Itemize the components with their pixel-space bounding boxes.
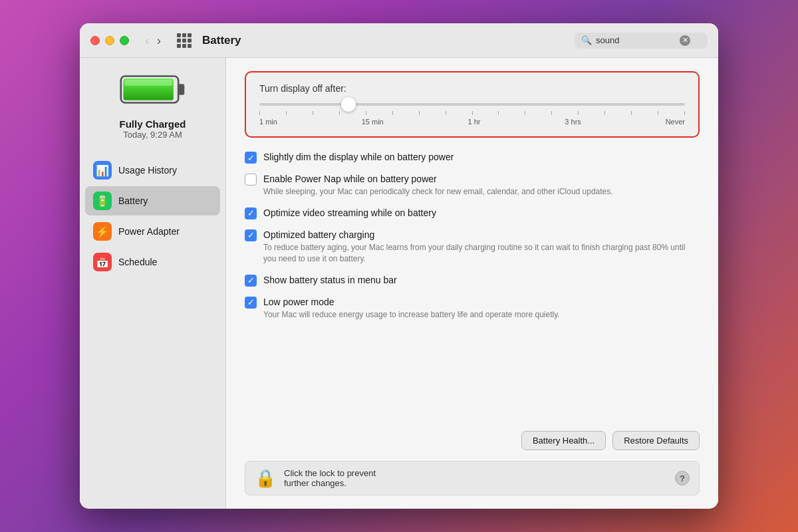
lock-bar: 🔒 Click the lock to prevent further chan… xyxy=(245,461,700,495)
slider-label-never: Never xyxy=(666,118,685,126)
main-panel: Turn display off after: 1 min 15 min xyxy=(226,58,718,509)
slider-thumb[interactable] xyxy=(341,97,356,112)
option-row-dim-display: ✓ Slightly dim the display while on batt… xyxy=(245,151,700,164)
sidebar: Fully Charged Today, 9:29 AM 📊 Usage His… xyxy=(80,58,226,509)
sidebar-item-schedule[interactable]: 📅 Schedule xyxy=(85,247,220,277)
sidebar-item-battery-label: Battery xyxy=(118,196,148,206)
option-text-dim-display: Slightly dim the display while on batter… xyxy=(263,151,700,163)
slider-tick-marks xyxy=(259,111,685,115)
slider-label-1hr: 1 hr xyxy=(468,118,481,126)
button-row: Battery Health... Restore Defaults xyxy=(245,431,700,450)
option-title-power-nap: Enable Power Nap while on battery power xyxy=(263,173,700,185)
slider-track xyxy=(259,103,685,106)
checkbox-dim-display[interactable]: ✓ xyxy=(245,152,257,164)
titlebar: ‹ › Battery 🔍 ✕ xyxy=(80,23,718,58)
content-area: Fully Charged Today, 9:29 AM 📊 Usage His… xyxy=(80,58,718,509)
battery-icon-container xyxy=(120,71,186,110)
sidebar-item-usage-history-label: Usage History xyxy=(118,165,177,176)
window-title: Battery xyxy=(202,34,241,47)
option-desc-power-nap: While sleeping, your Mac can periodicall… xyxy=(263,186,700,198)
option-text-optimize-video: Optimize video streaming while on batter… xyxy=(263,207,700,219)
svg-rect-3 xyxy=(124,80,172,86)
option-title-low-power: Low power mode xyxy=(263,296,700,308)
sidebar-item-usage-history[interactable]: 📊 Usage History xyxy=(85,156,220,185)
search-icon: 🔍 xyxy=(581,35,592,45)
schedule-icon: 📅 xyxy=(93,253,112,271)
slider-label-15min: 15 min xyxy=(362,118,384,126)
option-row-power-nap: Enable Power Nap while on battery power … xyxy=(245,173,700,198)
search-input[interactable] xyxy=(596,35,676,45)
checkbox-battery-status[interactable]: ✓ xyxy=(245,275,257,287)
bottom-bar: Battery Health... Restore Defaults 🔒 Cli… xyxy=(245,420,700,495)
option-title-optimize-video: Optimize video streaming while on batter… xyxy=(263,207,700,219)
lock-text-line1: Click the lock to prevent xyxy=(284,468,376,478)
slider-label-1min: 1 min xyxy=(259,118,277,126)
help-button[interactable]: ? xyxy=(675,471,690,485)
option-text-low-power: Low power mode Your Mac will reduce ener… xyxy=(263,296,700,321)
option-row-low-power: ✓ Low power mode Your Mac will reduce en… xyxy=(245,296,700,321)
option-title-dim-display: Slightly dim the display while on batter… xyxy=(263,151,700,163)
sidebar-item-power-adapter[interactable]: ⚡ Power Adapter xyxy=(85,217,220,246)
option-row-optimized-charging: ✓ Optimized battery charging To reduce b… xyxy=(245,229,700,265)
option-title-battery-status: Show battery status in menu bar xyxy=(263,274,700,286)
lock-text: Click the lock to prevent further change… xyxy=(284,468,376,488)
search-clear-button[interactable]: ✕ xyxy=(680,35,690,46)
restore-defaults-button[interactable]: Restore Defaults xyxy=(612,431,700,450)
option-title-optimized-charging: Optimized battery charging xyxy=(263,229,700,241)
nav-buttons: ‹ › xyxy=(142,33,164,48)
lock-text-line2: further changes. xyxy=(284,478,376,488)
system-preferences-window: ‹ › Battery 🔍 ✕ xyxy=(80,23,718,509)
zoom-button[interactable] xyxy=(120,36,129,45)
checkbox-power-nap[interactable] xyxy=(245,174,257,186)
option-row-battery-status: ✓ Show battery status in menu bar xyxy=(245,274,700,287)
slider-label-3hrs: 3 hrs xyxy=(565,118,581,126)
option-text-power-nap: Enable Power Nap while on battery power … xyxy=(263,173,700,198)
grid-icon[interactable] xyxy=(177,33,192,48)
usage-history-icon: 📊 xyxy=(93,161,112,180)
option-desc-optimized-charging: To reduce battery aging, your Mac learns… xyxy=(263,242,700,265)
option-text-optimized-charging: Optimized battery charging To reduce bat… xyxy=(263,229,700,265)
battery-image xyxy=(120,71,186,108)
checkbox-low-power[interactable]: ✓ xyxy=(245,297,257,309)
sidebar-item-battery[interactable]: 🔋 Battery xyxy=(85,186,220,215)
battery-time-label: Today, 9:29 AM xyxy=(123,130,182,140)
slider-track-container xyxy=(259,103,685,106)
sidebar-nav: 📊 Usage History 🔋 Battery ⚡ Power Adapte… xyxy=(80,156,225,278)
slider-label: Turn display off after: xyxy=(259,83,685,94)
back-button[interactable]: ‹ xyxy=(142,33,152,48)
checkbox-optimize-video[interactable]: ✓ xyxy=(245,207,257,219)
power-adapter-icon: ⚡ xyxy=(93,222,112,241)
option-row-optimize-video: ✓ Optimize video streaming while on batt… xyxy=(245,207,700,219)
sidebar-item-schedule-label: Schedule xyxy=(118,257,157,267)
battery-health-button[interactable]: Battery Health... xyxy=(521,431,606,450)
forward-button[interactable]: › xyxy=(154,33,164,48)
sidebar-item-power-adapter-label: Power Adapter xyxy=(118,226,180,237)
slider-labels: 1 min 15 min 1 hr 3 hrs Never xyxy=(259,118,685,126)
traffic-lights xyxy=(90,36,129,45)
checkbox-optimized-charging[interactable]: ✓ xyxy=(245,229,257,241)
minimize-button[interactable] xyxy=(105,36,114,45)
battery-nav-icon: 🔋 xyxy=(93,192,112,210)
lock-icon[interactable]: 🔒 xyxy=(255,469,276,487)
option-desc-low-power: Your Mac will reduce energy usage to inc… xyxy=(263,309,700,321)
slider-section: Turn display off after: 1 min 15 min xyxy=(245,71,700,138)
svg-rect-1 xyxy=(178,84,184,94)
battery-status-label: Fully Charged xyxy=(119,118,186,130)
close-button[interactable] xyxy=(90,36,100,45)
option-text-battery-status: Show battery status in menu bar xyxy=(263,274,700,286)
search-box: 🔍 ✕ xyxy=(575,33,708,49)
